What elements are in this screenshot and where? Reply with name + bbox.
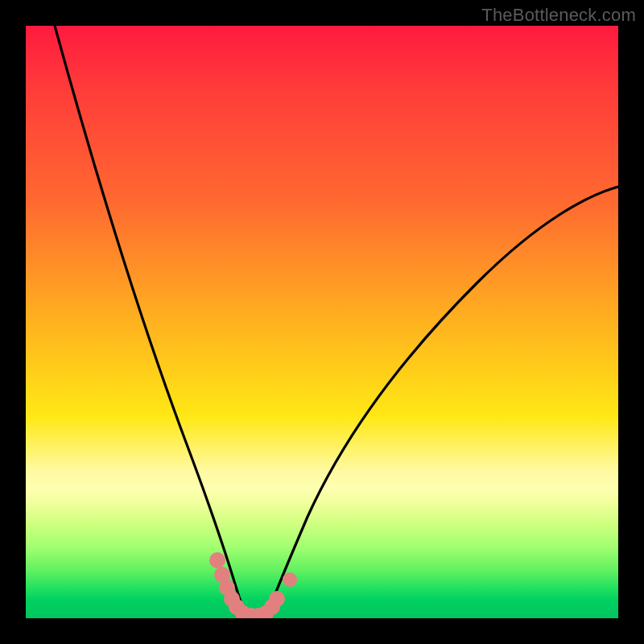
marker-dot bbox=[209, 552, 225, 568]
right-curve-line bbox=[266, 187, 618, 618]
chart-frame: TheBottleneck.com bbox=[0, 0, 644, 644]
marker-dot bbox=[269, 591, 285, 607]
watermark-text: TheBottleneck.com bbox=[481, 5, 636, 26]
chart-plot-area bbox=[26, 26, 618, 618]
marker-dot bbox=[283, 572, 297, 587]
chart-svg bbox=[26, 26, 618, 618]
left-curve-line bbox=[55, 26, 250, 618]
marker-group bbox=[209, 552, 297, 618]
